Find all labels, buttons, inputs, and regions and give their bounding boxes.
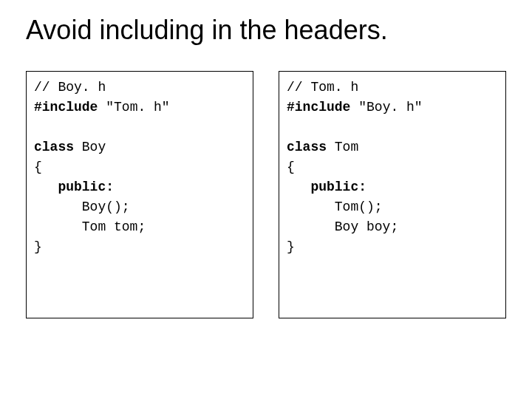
page-title: Avoid including in the headers.	[26, 15, 506, 46]
code-keyword: class	[287, 140, 327, 154]
code-line: Tom tom;	[34, 219, 146, 234]
code-box-right: // Tom. h #include "Boy. h" class Tom { …	[279, 71, 506, 318]
code-line: // Tom. h	[287, 80, 358, 95]
code-line: Boy boy;	[287, 219, 398, 234]
slide: Avoid including in the headers. // Boy. …	[0, 0, 532, 399]
code-text: Tom	[327, 140, 358, 154]
code-line: {	[34, 160, 42, 174]
code-line: }	[34, 239, 42, 254]
code-box-left: // Boy. h #include "Tom. h" class Boy { …	[26, 71, 253, 318]
code-line: Boy();	[34, 200, 130, 214]
code-line: {	[287, 160, 295, 174]
code-indent	[287, 180, 310, 194]
code-keyword: public:	[58, 180, 114, 194]
code-line: // Boy. h	[34, 80, 106, 95]
columns: // Boy. h #include "Tom. h" class Boy { …	[26, 71, 506, 318]
code-keyword: #include	[287, 100, 350, 115]
code-text: "Boy. h"	[350, 100, 422, 115]
code-text: "Tom. h"	[98, 100, 169, 115]
code-keyword: #include	[34, 100, 98, 115]
code-line: }	[287, 239, 295, 254]
code-keyword: class	[34, 140, 74, 154]
code-text: Boy	[74, 140, 106, 154]
code-indent	[34, 180, 58, 194]
code-line: Tom();	[287, 200, 383, 214]
code-keyword: public:	[310, 180, 366, 194]
